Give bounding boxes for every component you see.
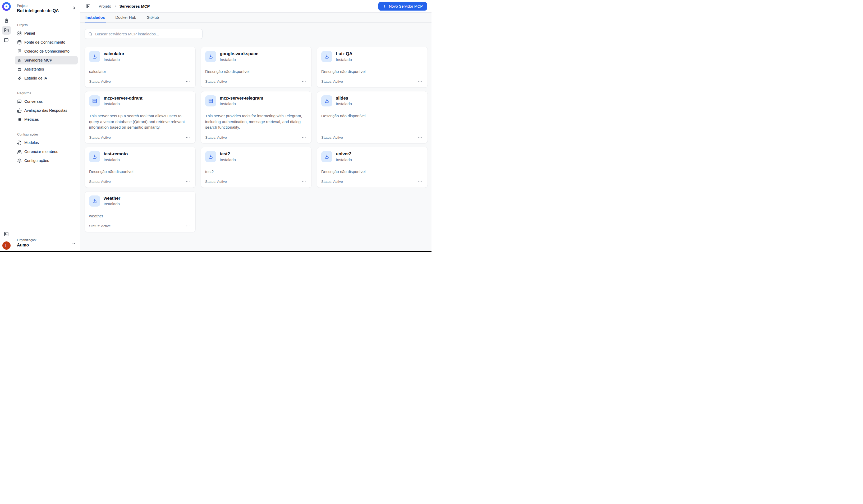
sidebar-collapse-button[interactable]: [85, 3, 91, 10]
sidebar-item[interactable]: Assistentes: [15, 65, 78, 74]
project-name: Bot inteligente de QA: [17, 9, 76, 13]
sidebar-item[interactable]: Painel: [15, 29, 78, 38]
chat-lines-icon: [17, 99, 22, 104]
sidebar-item[interactable]: Conversas: [15, 97, 78, 106]
ellipsis-icon: [418, 179, 422, 184]
tab[interactable]: Instalados: [85, 13, 106, 23]
organization-switcher[interactable]: Organização: Aumo: [13, 235, 80, 252]
sidebar-item[interactable]: Estúdio de IA: [15, 74, 78, 82]
mcp-server-card[interactable]: Luiz QA Instalado Descrição não disponív…: [317, 47, 428, 88]
mcp-server-icon: [17, 58, 22, 63]
server-icon: [208, 98, 213, 104]
users-icon: [17, 150, 22, 154]
sidebar-item[interactable]: Coleção de Conhecimento: [15, 47, 78, 55]
search-input[interactable]: [95, 32, 202, 36]
installed-label: Instalado: [336, 57, 352, 62]
user-avatar[interactable]: L: [2, 242, 11, 250]
card-header: test2 Instalado: [205, 151, 307, 162]
ellipsis-menu-button[interactable]: [300, 135, 307, 140]
card-header: univer2 Instalado: [321, 151, 423, 162]
card-titles: univer2 Instalado: [336, 151, 352, 161]
status-text: Status: Active: [205, 180, 227, 184]
content-area: Instalados Docker Hub GitHub: [80, 13, 432, 252]
server-icon-badge: [205, 151, 216, 162]
card-titles: slides Instalado: [336, 95, 352, 106]
organization-label: Organização:: [17, 238, 76, 242]
mcp-server-card[interactable]: test2 Instalado test2 Status: Active: [201, 147, 312, 188]
mcp-server-card[interactable]: calculator Instalado calculator Status: …: [85, 47, 196, 88]
section-label: Configurações: [17, 133, 78, 136]
installed-label: Instalado: [336, 157, 352, 162]
sidebar-item[interactable]: Avaliação das Respostas: [15, 106, 78, 115]
chat-rail-button[interactable]: [2, 36, 11, 44]
ellipsis-icon: [418, 135, 422, 140]
server-description: Descrição não disponível: [89, 169, 191, 175]
ellipsis-icon: [186, 79, 190, 84]
breadcrumb-root[interactable]: Projeto: [99, 4, 111, 9]
status-text: Status: Active: [89, 180, 111, 184]
organization-rail-button[interactable]: [2, 16, 11, 25]
database-icon: [17, 40, 22, 44]
server-icon-badge: [89, 51, 100, 62]
ellipsis-icon: [186, 135, 190, 140]
card-header: google-workspace Instalado: [205, 51, 307, 62]
status-text: Status: Active: [89, 79, 111, 83]
mcp-server-card[interactable]: slides Instalado Descrição não disponíve…: [317, 91, 428, 143]
card-titles: mcp-server-telegram Instalado: [220, 95, 263, 106]
ellipsis-menu-button[interactable]: [184, 179, 191, 184]
server-icon-badge: [321, 95, 332, 106]
sidebar-item[interactable]: Servidores MCP: [15, 56, 78, 64]
mcp-server-card[interactable]: google-workspace Instalado Descrição não…: [201, 47, 312, 88]
sidebar-item[interactable]: Métricas: [15, 115, 78, 124]
server-description: This server sets up a search tool that a…: [89, 113, 191, 130]
ellipsis-menu-button[interactable]: [416, 79, 423, 84]
terminal-rail-button[interactable]: [2, 230, 11, 238]
installed-label: Instalado: [104, 157, 128, 162]
card-footer: Status: Active: [205, 175, 307, 184]
installed-label: Instalado: [220, 57, 258, 62]
mcp-server-card[interactable]: univer2 Instalado Descrição não disponív…: [317, 147, 428, 188]
ellipsis-menu-button[interactable]: [184, 135, 191, 140]
section-label: Projeto: [17, 23, 78, 27]
sidebar-item[interactable]: Gerenciar membros: [15, 147, 78, 156]
ellipsis-menu-button[interactable]: [416, 179, 423, 184]
dashboard-icon: [17, 31, 22, 36]
server-description: This server provides tools for interacti…: [205, 113, 307, 130]
tab[interactable]: GitHub: [146, 13, 160, 23]
mcp-server-card[interactable]: weather Instalado weather Status: Active: [85, 191, 196, 232]
mcp-server-card[interactable]: test-remoto Instalado Descrição não disp…: [85, 147, 196, 188]
card-footer: Status: Active: [89, 175, 191, 184]
card-header: mcp-server-qdrant Instalado: [89, 95, 191, 106]
project-switcher[interactable]: Projeto: Bot inteligente de QA: [13, 0, 80, 13]
section-items: Conversas Avaliação das Respostas Métric…: [15, 97, 78, 124]
mcp-server-card[interactable]: mcp-server-qdrant Instalado This server …: [85, 91, 196, 143]
sparkles-icon: [17, 76, 22, 80]
ellipsis-menu-button[interactable]: [300, 179, 307, 184]
card-titles: google-workspace Instalado: [220, 51, 258, 62]
gear-icon: [17, 158, 22, 163]
project-label: Projeto:: [17, 4, 76, 8]
card-titles: Luiz QA Instalado: [336, 51, 352, 62]
server-name: mcp-server-qdrant: [104, 95, 142, 101]
new-mcp-server-button[interactable]: Novo Servidor MCP: [378, 2, 427, 11]
ellipsis-menu-button[interactable]: [416, 135, 423, 140]
ellipsis-menu-button[interactable]: [300, 79, 307, 84]
project-files-rail-button[interactable]: [2, 26, 11, 35]
server-icon-badge: [321, 151, 332, 162]
sidebar-item[interactable]: Configurações: [15, 156, 78, 165]
sidebar-item[interactable]: Modelos: [15, 139, 78, 147]
ellipsis-menu-button[interactable]: [184, 224, 191, 229]
sidebar-item[interactable]: Fonte de Conhecimento: [15, 38, 78, 47]
tab[interactable]: Docker Hub: [114, 13, 137, 23]
card-footer: Status: Active: [321, 130, 423, 140]
server-description: Descrição não disponível: [321, 169, 423, 175]
mcp-server-card[interactable]: mcp-server-telegram Instalado This serve…: [201, 91, 312, 143]
main-area: Projeto Servidores MCP Novo Servidor MCP…: [80, 0, 432, 252]
ellipsis-icon: [302, 135, 306, 140]
sidebar-section-registros: Registros Conversas Avaliação das Respos…: [15, 91, 78, 124]
installed-label: Instalado: [104, 57, 124, 62]
status-text: Status: Active: [89, 135, 111, 140]
chevron-down-icon: [72, 242, 76, 246]
ellipsis-menu-button[interactable]: [184, 79, 191, 84]
status-text: Status: Active: [89, 224, 111, 228]
